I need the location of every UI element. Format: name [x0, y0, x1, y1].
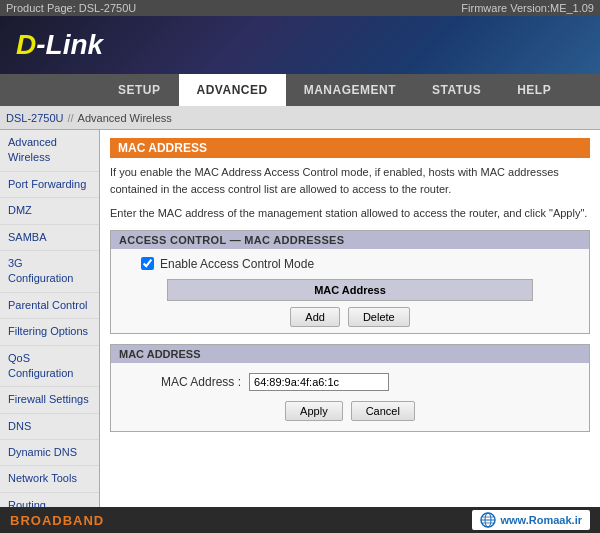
mac-column-header: MAC Address [167, 279, 533, 301]
product-page-label: Product Page: DSL-2750U [6, 2, 136, 14]
body-section: Advanced Wireless Port Forwarding DMZ SA… [0, 130, 600, 507]
logo-d: D [16, 29, 36, 60]
content-area: MAC ADDRESS If you enable the MAC Addres… [100, 130, 600, 507]
top-bar: Product Page: DSL-2750U Firmware Version… [0, 0, 600, 16]
sidebar-item-routing[interactable]: Routing [0, 493, 99, 507]
breadcrumb: DSL-2750U // Advanced Wireless [0, 106, 600, 130]
mac-address-label: MAC Address : [161, 375, 241, 389]
sidebar-item-network-tools[interactable]: Network Tools [0, 466, 99, 492]
tab-management[interactable]: MANAGEMENT [286, 74, 414, 106]
logo-dash: -Link [36, 29, 103, 60]
tab-setup[interactable]: SETUP [100, 74, 179, 106]
sidebar-item-port-forwarding[interactable]: Port Forwarding [0, 172, 99, 198]
enable-acm-checkbox[interactable] [141, 257, 154, 270]
page-title: MAC ADDRESS [110, 138, 590, 158]
description-2: Enter the MAC address of the management … [110, 205, 590, 222]
sidebar-item-dmz[interactable]: DMZ [0, 198, 99, 224]
tab-help[interactable]: HELP [499, 74, 569, 106]
broadband-label: BROADBAND [10, 513, 104, 528]
mac-input-row: MAC Address : [121, 373, 579, 391]
sidebar-item-parental[interactable]: Parental Control [0, 293, 99, 319]
sidebar-item-dynamic-dns[interactable]: Dynamic DNS [0, 440, 99, 466]
tab-status[interactable]: STATUS [414, 74, 499, 106]
firmware-version-label: Firmware Version:ME_1.09 [461, 2, 594, 14]
romaak-url[interactable]: www.Romaak.ir [500, 514, 582, 526]
app-container: Product Page: DSL-2750U Firmware Version… [0, 0, 600, 533]
add-button[interactable]: Add [290, 307, 340, 327]
access-control-box: ACCESS CONTROL — MAC ADDRESSES Enable Ac… [110, 230, 590, 334]
sidebar-item-3g[interactable]: 3G Configuration [0, 251, 99, 293]
romaak-badge: www.Romaak.ir [472, 510, 590, 530]
mac-address-box: MAC ADDRESS MAC Address : Apply Cancel [110, 344, 590, 432]
sidebar-item-filtering[interactable]: Filtering Options [0, 319, 99, 345]
bottom-bar: BROADBAND www.Romaak.ir [0, 507, 600, 533]
sidebar-item-firewall[interactable]: Firewall Settings [0, 387, 99, 413]
breadcrumb-section: Advanced Wireless [78, 112, 172, 124]
header: D-Link [0, 16, 600, 74]
apply-button[interactable]: Apply [285, 401, 343, 421]
sidebar-item-samba[interactable]: SAMBA [0, 225, 99, 251]
mac-section-header: MAC ADDRESS [111, 345, 589, 363]
breadcrumb-slash: // [67, 112, 73, 124]
apply-cancel-row: Apply Cancel [121, 401, 579, 421]
sidebar-item-qos[interactable]: QoS Configuration [0, 346, 99, 388]
cancel-button[interactable]: Cancel [351, 401, 415, 421]
nav-tabs: SETUP ADVANCED MANAGEMENT STATUS HELP [0, 74, 600, 106]
sidebar-item-dns[interactable]: DNS [0, 414, 99, 440]
enable-checkbox-row: Enable Access Control Mode [121, 257, 579, 271]
add-delete-row: Add Delete [121, 307, 579, 327]
mac-address-input[interactable] [249, 373, 389, 391]
description-1: If you enable the MAC Address Access Con… [110, 164, 590, 197]
enable-acm-label[interactable]: Enable Access Control Mode [160, 257, 314, 271]
breadcrumb-model[interactable]: DSL-2750U [6, 112, 63, 124]
sidebar-item-advanced-wireless[interactable]: Advanced Wireless [0, 130, 99, 172]
delete-button[interactable]: Delete [348, 307, 410, 327]
access-control-header: ACCESS CONTROL — MAC ADDRESSES [111, 231, 589, 249]
sidebar: Advanced Wireless Port Forwarding DMZ SA… [0, 130, 100, 507]
tab-advanced[interactable]: ADVANCED [179, 74, 286, 106]
globe-icon [480, 512, 496, 528]
dlink-logo: D-Link [16, 29, 103, 61]
